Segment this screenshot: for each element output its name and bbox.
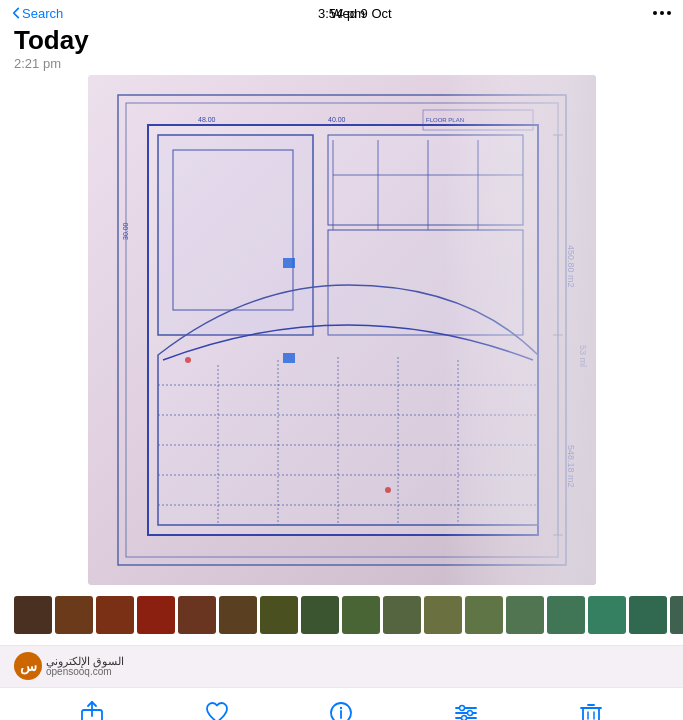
svg-rect-40 [88, 75, 596, 585]
thumbnail-14[interactable] [547, 596, 585, 634]
thumbnail-8[interactable] [301, 596, 339, 634]
svg-point-48 [460, 706, 465, 711]
back-button[interactable]: Search [12, 6, 63, 21]
thumbnail-15[interactable] [588, 596, 626, 634]
svg-point-44 [340, 707, 342, 709]
thumbnail-13[interactable] [506, 596, 544, 634]
favourite-button[interactable] [199, 695, 235, 720]
thumbnail-16[interactable] [629, 596, 667, 634]
thumbnail-6[interactable] [219, 596, 257, 634]
adjust-button[interactable] [448, 695, 484, 720]
page-title: Today [14, 26, 669, 55]
logo-latin-text: opensooq.com [46, 667, 124, 677]
watermark-bar: س السوق الإلكتروني opensooq.com [0, 645, 683, 687]
logo-icon: س [14, 652, 42, 680]
svg-point-50 [462, 716, 467, 720]
thumbnail-12[interactable] [465, 596, 503, 634]
thumbnail-10[interactable] [383, 596, 421, 634]
thumbnail-17[interactable] [670, 596, 683, 634]
thumbnail-4[interactable] [137, 596, 175, 634]
thumbnail-strip [0, 585, 683, 645]
svg-point-49 [468, 711, 473, 716]
thumbnail-7[interactable] [260, 596, 298, 634]
thumbnail-1[interactable] [14, 596, 52, 634]
status-bar: Search 3:54 pm Wed 9 Oct [0, 0, 683, 24]
page-subtitle: 2:21 pm [14, 56, 669, 71]
svg-rect-51 [583, 708, 599, 720]
status-time: 3:54 pm [318, 6, 365, 21]
info-button[interactable] [323, 695, 359, 720]
thumbnail-5[interactable] [178, 596, 216, 634]
thumbnail-11[interactable] [424, 596, 462, 634]
logo-arabic-text: السوق الإلكتروني [46, 656, 124, 667]
back-label: Search [22, 6, 63, 21]
thumbnail-3[interactable] [96, 596, 134, 634]
bottom-toolbar [0, 687, 683, 720]
more-options-button[interactable] [653, 11, 671, 15]
main-photo[interactable]: 450.80 m2 548.18 m2 53 ml 48.00 40.00 30… [88, 75, 596, 585]
main-photo-container: 450.80 m2 548.18 m2 53 ml 48.00 40.00 30… [0, 75, 683, 585]
delete-button[interactable] [573, 695, 609, 720]
page-header: Today 2:21 pm [0, 24, 683, 75]
watermark-logo: س السوق الإلكتروني opensooq.com [14, 651, 134, 681]
thumbnail-9[interactable] [342, 596, 380, 634]
share-button[interactable] [74, 695, 110, 720]
thumbnail-2[interactable] [55, 596, 93, 634]
